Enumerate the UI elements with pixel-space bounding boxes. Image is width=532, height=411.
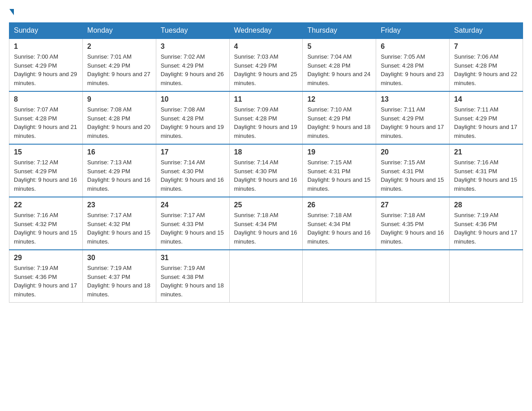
daylight-label: Daylight: 9 hours and 17 minutes. [14, 282, 77, 298]
calendar-cell [303, 250, 376, 303]
sunrise-label: Sunrise: 7:19 AM [14, 265, 58, 271]
weekday-header-thursday: Thursday [303, 23, 376, 39]
sunrise-label: Sunrise: 7:03 AM [234, 53, 279, 60]
sunrise-label: Sunrise: 7:02 AM [161, 53, 205, 60]
calendar-cell: 6 Sunrise: 7:05 AM Sunset: 4:28 PM Dayli… [376, 39, 450, 91]
daylight-label: Daylight: 9 hours and 17 minutes. [454, 124, 517, 139]
sunset-label: Sunset: 4:29 PM [14, 168, 57, 175]
sunset-label: Sunset: 4:37 PM [87, 274, 130, 280]
day-number: 31 [161, 254, 225, 262]
calendar-cell: 7 Sunrise: 7:06 AM Sunset: 4:28 PM Dayli… [450, 39, 523, 91]
sunrise-label: Sunrise: 7:15 AM [307, 159, 352, 166]
day-info: Sunrise: 7:18 AM Sunset: 4:34 PM Dayligh… [307, 211, 371, 246]
sunset-label: Sunset: 4:36 PM [454, 221, 497, 227]
sunrise-label: Sunrise: 7:15 AM [381, 159, 425, 166]
daylight-label: Daylight: 9 hours and 16 minutes. [234, 229, 297, 245]
weekday-header-saturday: Saturday [450, 23, 523, 39]
sunset-label: Sunset: 4:28 PM [234, 115, 277, 122]
day-number: 17 [161, 148, 225, 156]
sunrise-label: Sunrise: 7:19 AM [454, 212, 498, 218]
day-info: Sunrise: 7:14 AM Sunset: 4:30 PM Dayligh… [234, 158, 298, 193]
sunset-label: Sunset: 4:28 PM [87, 115, 130, 122]
daylight-label: Daylight: 9 hours and 26 minutes. [161, 71, 224, 86]
day-number: 8 [14, 95, 78, 103]
daylight-label: Daylight: 9 hours and 18 minutes. [307, 124, 370, 139]
day-info: Sunrise: 7:12 AM Sunset: 4:29 PM Dayligh… [14, 158, 78, 193]
day-number: 21 [454, 148, 518, 156]
daylight-label: Daylight: 9 hours and 16 minutes. [307, 229, 370, 245]
day-info: Sunrise: 7:04 AM Sunset: 4:28 PM Dayligh… [307, 52, 371, 87]
daylight-label: Daylight: 9 hours and 21 minutes. [14, 124, 77, 139]
calendar-week-row-4: 22 Sunrise: 7:16 AM Sunset: 4:32 PM Dayl… [9, 197, 523, 250]
day-number: 30 [87, 254, 151, 262]
day-number: 4 [234, 43, 298, 51]
calendar-cell: 24 Sunrise: 7:17 AM Sunset: 4:33 PM Dayl… [156, 197, 229, 250]
sunset-label: Sunset: 4:29 PM [234, 62, 277, 69]
day-info: Sunrise: 7:17 AM Sunset: 4:32 PM Dayligh… [87, 211, 151, 246]
sunset-label: Sunset: 4:28 PM [14, 115, 57, 122]
sunrise-label: Sunrise: 7:18 AM [381, 212, 425, 218]
calendar-cell: 9 Sunrise: 7:08 AM Sunset: 4:28 PM Dayli… [82, 91, 156, 144]
sunset-label: Sunset: 4:31 PM [381, 168, 424, 175]
calendar-cell: 4 Sunrise: 7:03 AM Sunset: 4:29 PM Dayli… [229, 39, 303, 91]
daylight-label: Daylight: 9 hours and 15 minutes. [454, 176, 517, 192]
sunrise-label: Sunrise: 7:16 AM [14, 212, 58, 218]
day-info: Sunrise: 7:17 AM Sunset: 4:33 PM Dayligh… [161, 211, 225, 246]
weekday-header-wednesday: Wednesday [229, 23, 303, 39]
day-number: 26 [307, 201, 371, 209]
daylight-label: Daylight: 9 hours and 22 minutes. [454, 71, 517, 86]
day-number: 2 [87, 43, 151, 51]
sunrise-label: Sunrise: 7:04 AM [307, 53, 352, 60]
sunset-label: Sunset: 4:34 PM [234, 221, 277, 227]
sunset-label: Sunset: 4:29 PM [87, 168, 130, 175]
day-info: Sunrise: 7:08 AM Sunset: 4:28 PM Dayligh… [87, 105, 151, 140]
day-number: 7 [454, 43, 518, 51]
calendar-cell: 14 Sunrise: 7:11 AM Sunset: 4:29 PM Dayl… [450, 91, 523, 144]
day-number: 9 [87, 95, 151, 103]
calendar-cell: 10 Sunrise: 7:08 AM Sunset: 4:28 PM Dayl… [156, 91, 229, 144]
daylight-label: Daylight: 9 hours and 24 minutes. [307, 71, 370, 86]
daylight-label: Daylight: 9 hours and 19 minutes. [161, 124, 224, 139]
day-info: Sunrise: 7:13 AM Sunset: 4:29 PM Dayligh… [87, 158, 151, 193]
weekday-header-sunday: Sunday [9, 23, 83, 39]
calendar-week-row-2: 8 Sunrise: 7:07 AM Sunset: 4:28 PM Dayli… [9, 91, 523, 144]
sunrise-label: Sunrise: 7:18 AM [234, 212, 279, 218]
day-number: 18 [234, 148, 298, 156]
sunset-label: Sunset: 4:29 PM [14, 62, 57, 69]
sunset-label: Sunset: 4:30 PM [161, 168, 204, 175]
sunrise-label: Sunrise: 7:14 AM [234, 159, 279, 166]
calendar-cell: 2 Sunrise: 7:01 AM Sunset: 4:29 PM Dayli… [82, 39, 156, 91]
calendar-table: SundayMondayTuesdayWednesdayThursdayFrid… [9, 22, 523, 303]
day-number: 1 [14, 43, 78, 51]
sunset-label: Sunset: 4:28 PM [454, 62, 497, 69]
daylight-label: Daylight: 9 hours and 29 minutes. [14, 71, 77, 86]
day-number: 12 [307, 95, 371, 103]
sunrise-label: Sunrise: 7:07 AM [14, 106, 58, 113]
day-number: 16 [87, 148, 151, 156]
sunrise-label: Sunrise: 7:12 AM [14, 159, 58, 166]
day-info: Sunrise: 7:03 AM Sunset: 4:29 PM Dayligh… [234, 52, 298, 87]
sunset-label: Sunset: 4:31 PM [454, 168, 497, 175]
day-info: Sunrise: 7:16 AM Sunset: 4:32 PM Dayligh… [14, 211, 78, 246]
daylight-label: Daylight: 9 hours and 17 minutes. [381, 124, 444, 139]
calendar-week-row-5: 29 Sunrise: 7:19 AM Sunset: 4:36 PM Dayl… [9, 250, 523, 303]
daylight-label: Daylight: 9 hours and 25 minutes. [234, 71, 297, 86]
sunrise-label: Sunrise: 7:18 AM [307, 212, 352, 218]
day-number: 5 [307, 43, 371, 51]
sunset-label: Sunset: 4:29 PM [161, 62, 204, 69]
weekday-header-friday: Friday [376, 23, 450, 39]
day-info: Sunrise: 7:11 AM Sunset: 4:29 PM Dayligh… [381, 105, 445, 140]
calendar-cell: 31 Sunrise: 7:19 AM Sunset: 4:38 PM Dayl… [156, 250, 229, 303]
day-number: 22 [14, 201, 78, 209]
calendar-cell [450, 250, 523, 303]
day-info: Sunrise: 7:18 AM Sunset: 4:34 PM Dayligh… [234, 211, 298, 246]
day-number: 11 [234, 95, 298, 103]
day-info: Sunrise: 7:19 AM Sunset: 4:38 PM Dayligh… [161, 264, 225, 299]
calendar-cell: 12 Sunrise: 7:10 AM Sunset: 4:29 PM Dayl… [303, 91, 376, 144]
calendar-cell: 13 Sunrise: 7:11 AM Sunset: 4:29 PM Dayl… [376, 91, 450, 144]
sunset-label: Sunset: 4:32 PM [87, 221, 130, 227]
day-info: Sunrise: 7:10 AM Sunset: 4:29 PM Dayligh… [307, 105, 371, 140]
sunrise-label: Sunrise: 7:08 AM [87, 106, 132, 113]
daylight-label: Daylight: 9 hours and 15 minutes. [381, 176, 444, 192]
calendar-cell: 3 Sunrise: 7:02 AM Sunset: 4:29 PM Dayli… [156, 39, 229, 91]
